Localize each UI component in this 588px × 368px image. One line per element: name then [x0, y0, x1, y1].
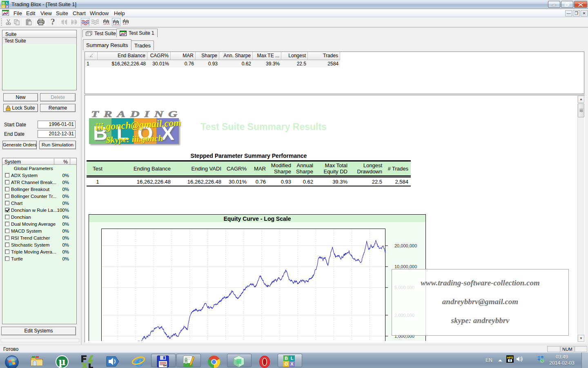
tray-volume-icon[interactable] — [516, 356, 523, 362]
scrollbar-thumb[interactable] — [578, 103, 584, 117]
system-checkbox[interactable] — [5, 215, 9, 219]
taskbar-volume-app-icon[interactable] — [106, 355, 117, 366]
taskbar-forex-tester-icon[interactable] — [80, 355, 92, 366]
toolbar-cut-icon[interactable] — [4, 18, 13, 26]
system-checkbox[interactable] — [5, 249, 9, 254]
system-row[interactable]: MACD System0% — [2, 227, 76, 234]
restore-button[interactable] — [561, 1, 573, 8]
system-checkbox[interactable] — [5, 236, 9, 240]
system-checkbox-checked[interactable] — [5, 208, 9, 212]
grid-cell[interactable]: 22.5 — [281, 61, 308, 67]
taskbar-opera-icon[interactable] — [258, 355, 269, 366]
system-checkbox[interactable] — [5, 180, 9, 184]
run-simulation-button[interactable]: Run Simulation — [39, 141, 76, 149]
grid-header-ann-sharpe[interactable]: Ann. Sharpe — [219, 52, 253, 60]
toolbar-bars-1-icon[interactable] — [102, 18, 111, 26]
tray-date[interactable]: 2014-02-03 — [546, 360, 577, 366]
system-row[interactable]: Bollinger Counter Tr...0% — [2, 193, 76, 200]
grid-cell[interactable]: 2584 — [308, 61, 340, 67]
menu-chart[interactable]: Chart — [72, 10, 87, 17]
taskbar-utorrent-icon[interactable]: µ — [55, 355, 67, 366]
grid-header-end-balance[interactable]: End Balance — [98, 52, 147, 60]
delete-button[interactable]: Delete — [40, 93, 76, 101]
end-date-field[interactable]: 2012-12-31 — [38, 130, 76, 138]
grid-cell[interactable]: $16,262,226.48 — [98, 61, 147, 67]
system-row[interactable]: Donchian0% — [2, 213, 76, 220]
scroll-up-button[interactable]: ▲ — [578, 96, 584, 103]
new-button[interactable]: New — [3, 93, 38, 101]
system-checkbox[interactable] — [5, 229, 9, 233]
system-checkbox[interactable] — [5, 187, 9, 191]
toolbar-bars-3-icon[interactable] — [122, 18, 130, 26]
lock-suite-button[interactable]: Lock Suite — [3, 104, 38, 112]
minimize-button[interactable] — [548, 1, 560, 8]
suite-item[interactable]: Test Suite — [2, 38, 76, 44]
grid-header-longest-[interactable]: Longest ... — [281, 52, 308, 60]
system-checkbox[interactable] — [5, 222, 9, 226]
grid-header-mar[interactable]: MAR — [171, 52, 196, 60]
edit-systems-button[interactable]: Edit Systems — [1, 327, 76, 335]
grid-header-max-te-[interactable]: Max TE ... — [253, 52, 281, 60]
grid-cell[interactable]: 39.3% — [253, 61, 281, 67]
system-row[interactable]: Triple Moving Avera...0% — [2, 248, 76, 255]
system-row[interactable]: Dual Moving Average0% — [2, 220, 76, 227]
system-checkbox[interactable] — [5, 256, 9, 261]
toolbar-help-icon[interactable]: ? — [48, 18, 57, 26]
percent-column-header[interactable]: % — [54, 158, 70, 164]
tray-hfs-icon[interactable]: HFS 0 — [506, 355, 514, 363]
doc-tab-test-suite-1[interactable]: Test Suite 1 — [116, 29, 158, 37]
taskbar-trading-blox-icon[interactable]: BLOX — [283, 355, 294, 366]
grid-header-sharpe[interactable]: Sharpe — [196, 52, 219, 60]
tray-expand-icon[interactable] — [497, 359, 503, 362]
toolbar-stepdown-icon[interactable] — [70, 18, 78, 26]
taskbar-chrome-icon[interactable] — [207, 355, 218, 366]
doc-tab-test-suite[interactable]: Test Suite — [82, 29, 119, 37]
tray-clock[interactable]: 03:49 — [550, 354, 574, 360]
grid-cell[interactable]: 30.01% — [147, 61, 171, 67]
menu-suite[interactable]: Suite — [55, 10, 69, 17]
toolbar-print-icon[interactable] — [36, 18, 45, 26]
start-date-field[interactable]: 1996-01-01 — [38, 121, 76, 128]
toolbar-waves-color-icon[interactable] — [81, 18, 89, 26]
toolbar-copy-icon[interactable] — [13, 18, 21, 26]
scroll-down-button[interactable]: ▼ — [578, 335, 584, 342]
system-row[interactable]: RSI Trend Catcher0% — [2, 234, 76, 241]
system-column-header[interactable]: System — [2, 158, 54, 164]
system-row[interactable]: Stochastic System0% — [2, 241, 76, 248]
grid-cell[interactable]: 1 — [85, 61, 98, 67]
menu-help[interactable]: Help — [113, 10, 126, 17]
system-row[interactable]: ATR Channel Break...0% — [2, 179, 76, 186]
taskbar-internet-explorer-icon[interactable]: e — [131, 355, 143, 366]
toolbar-stepup-icon[interactable] — [60, 18, 69, 26]
menu-view[interactable]: View — [40, 10, 53, 17]
system-checkbox[interactable] — [5, 194, 9, 198]
system-row[interactable]: Donchian w Rule La...100% — [2, 206, 76, 213]
system-row[interactable]: Global Parameters — [2, 165, 76, 172]
grid-header-sort[interactable] — [85, 52, 98, 60]
system-row[interactable]: Chart0% — [2, 200, 76, 206]
mdi-close-button[interactable]: ✕ — [581, 10, 588, 16]
close-button[interactable] — [574, 1, 587, 8]
menu-file[interactable]: File — [13, 10, 23, 17]
system-checkbox[interactable] — [5, 242, 9, 247]
tray-language[interactable]: EN — [486, 357, 492, 363]
view-tab-trades[interactable]: Trades — [131, 40, 154, 50]
taskbar-green-cube-icon[interactable] — [232, 355, 244, 366]
taskbar-start-orb-icon[interactable] — [4, 355, 16, 366]
toolbar-bars-2-icon[interactable] — [112, 18, 120, 26]
chart-window-icon[interactable] — [2, 10, 9, 16]
mdi-restore-button[interactable]: ❐ — [573, 10, 580, 16]
grid-header-cagr%[interactable]: CAGR% — [147, 52, 171, 60]
system-row[interactable]: Bollinger Breakout0% — [2, 186, 76, 193]
grid-header-trades[interactable]: Trades — [308, 52, 340, 60]
report-scrollbar[interactable]: ▲ ▼ — [577, 96, 584, 342]
sidebar-hscrollbar[interactable] — [1, 339, 79, 342]
grid-cell[interactable]: 0.93 — [196, 61, 219, 67]
menu-window[interactable]: Window — [89, 10, 109, 17]
toolbar-paste-icon[interactable] — [24, 18, 33, 26]
menu-edit[interactable]: Edit — [25, 10, 36, 17]
grid-cell[interactable]: 0.62 — [219, 61, 253, 67]
view-tab-summary-results[interactable]: Summary Results — [83, 39, 131, 50]
system-row[interactable]: ADX System0% — [2, 172, 76, 179]
tray-dropbox-icon[interactable] — [537, 355, 544, 363]
